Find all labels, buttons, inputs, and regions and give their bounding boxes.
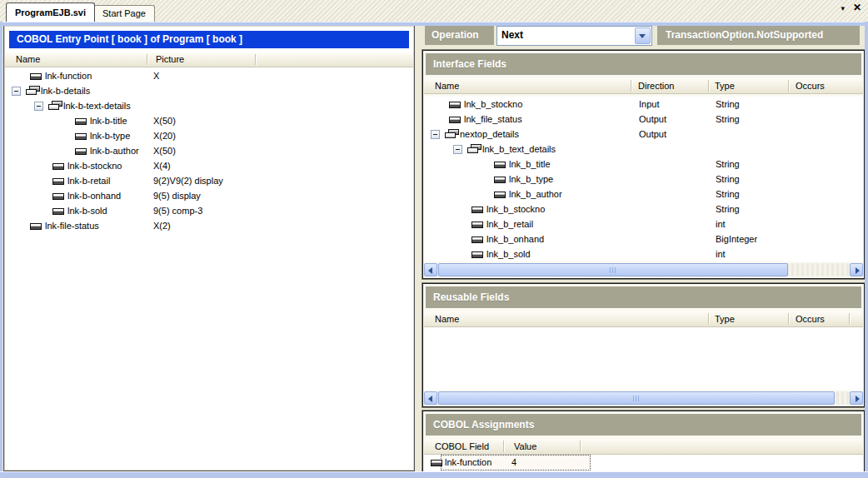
column-header-picture[interactable]: Picture [156, 52, 184, 67]
column-header-type[interactable]: Type [715, 311, 735, 326]
field-icon [471, 237, 483, 243]
tree-row-lnk_b_sold[interactable]: lnk_b_soldint [424, 246, 863, 261]
item-name: lnk_b_stockno [464, 97, 522, 112]
tree-row-nextop_details[interactable]: nextop_detailsOutput [424, 127, 863, 142]
cell-type: String [716, 112, 740, 127]
cell-direction: Input [639, 97, 659, 112]
reusable-fields-section: Reusable Fields Name Type Occurs [422, 283, 865, 407]
item-name: lnk-b-author [90, 143, 139, 158]
column-separator[interactable] [788, 80, 790, 92]
operation-select[interactable]: Next [496, 26, 652, 46]
tree-row-lnk-b-author[interactable]: lnk-b-authorX(50) [5, 143, 413, 158]
reusable-fields-hscrollbar[interactable] [424, 391, 863, 405]
field-icon [471, 222, 483, 228]
field-icon [449, 102, 461, 108]
field-icon [431, 460, 442, 466]
tree-collapse-icon[interactable] [453, 145, 462, 154]
column-separator[interactable] [580, 441, 581, 452]
item-name: lnk-file-status [45, 218, 99, 233]
transaction-option-label: TransactionOption.NotSupported [657, 25, 860, 45]
tree-row-lnk_b_text_details[interactable]: lnk_b_text_details [424, 142, 863, 157]
field-icon [52, 178, 64, 185]
operation-selected-value: Next [501, 27, 523, 43]
tree-collapse-icon[interactable] [431, 130, 440, 139]
column-separator[interactable] [849, 313, 851, 325]
item-name: lnk_b_onhand [486, 232, 544, 246]
tab-list-dropdown-icon[interactable]: ▾ [841, 2, 845, 14]
column-separator[interactable] [708, 80, 710, 92]
tree-row-lnk_b_onhand[interactable]: lnk_b_onhandBigInteger [424, 232, 863, 246]
column-header-type[interactable]: Type [715, 78, 735, 93]
field-icon [494, 162, 506, 168]
tree-row-lnk-b-title[interactable]: lnk-b-titleX(50) [5, 113, 413, 128]
close-icon[interactable]: ✕ [853, 2, 861, 14]
column-header-name[interactable]: Name [435, 311, 459, 326]
item-name: lnk_b_stockno [486, 202, 545, 217]
column-separator[interactable] [708, 313, 710, 325]
field-icon [471, 207, 483, 213]
column-header-value[interactable]: Value [514, 439, 536, 454]
tree-row-lnk_file_status[interactable]: lnk_file_statusOutputString [424, 112, 863, 127]
combo-dropdown-button[interactable] [635, 27, 651, 44]
tree-row-lnk_b_retail[interactable]: lnk_b_retailint [424, 217, 863, 232]
column-header-name[interactable]: Name [435, 78, 459, 93]
assignment-value[interactable]: 4 [511, 455, 516, 470]
tab-programejb-svi[interactable]: ProgramEJB.svi [6, 2, 95, 22]
cell-type: String [716, 202, 740, 217]
tree-row-lnk-b-retail[interactable]: lnk-b-retail9(2)V9(2) display [5, 173, 413, 188]
column-separator[interactable] [147, 54, 148, 65]
item-name: lnk-b-stockno [67, 158, 122, 173]
column-separator[interactable] [503, 441, 505, 452]
tree-row-lnk-b-text-details[interactable]: lnk-b-text-details [5, 98, 413, 113]
scroll-right-icon[interactable] [850, 391, 863, 405]
column-header-name[interactable]: Name [16, 52, 40, 67]
chevron-down-icon [639, 34, 646, 38]
scroll-right-icon[interactable] [850, 263, 863, 276]
item-name: lnk_b_author [509, 187, 562, 202]
tree-row-lnk-b-sold[interactable]: lnk-b-sold9(5) comp-3 [5, 203, 413, 218]
interface-fields-hscrollbar[interactable] [424, 263, 863, 276]
tree-row-lnk-b-details[interactable]: lnk-b-details [5, 83, 413, 98]
column-header-occurs[interactable]: Occurs [796, 311, 825, 326]
item-name: lnk_b_retail [486, 217, 533, 232]
scroll-left-icon[interactable] [424, 263, 437, 276]
cell-picture: X(20) [153, 128, 176, 143]
tree-row-lnk-b-onhand[interactable]: lnk-b-onhand9(5) display [5, 188, 413, 203]
item-name: lnk-b-details [41, 83, 90, 98]
tree-row-lnk_b_type[interactable]: lnk_b_typeString [424, 172, 863, 187]
item-name: lnk_b_type [509, 172, 553, 187]
tree-row-lnk-b-stockno[interactable]: lnk-b-stocknoX(4) [5, 158, 413, 173]
column-separator[interactable] [255, 54, 257, 65]
tree-row-lnk_b_title[interactable]: lnk_b_titleString [424, 157, 863, 172]
group-icon [467, 144, 481, 154]
window-border-top [0, 22, 868, 26]
column-header-cobol-field[interactable]: COBOL Field [435, 439, 489, 454]
assignment-row-lnk-function[interactable]: lnk-function 4 [424, 455, 863, 470]
field-icon [30, 73, 42, 80]
cobol-assignments-list: lnk-function 4 [424, 455, 863, 472]
tree-row-lnk-file-status[interactable]: lnk-file-statusX(2) [5, 218, 413, 233]
cell-direction: Output [639, 112, 666, 127]
column-separator[interactable] [788, 313, 790, 325]
reusable-fields-title: Reusable Fields [426, 286, 861, 308]
field-icon [494, 192, 506, 198]
tab-start-page[interactable]: Start Page [93, 5, 155, 22]
tree-row-lnk_b_stockno[interactable]: lnk_b_stocknoInputString [424, 97, 863, 112]
field-icon [494, 177, 506, 183]
scrollbar-thumb[interactable] [438, 263, 788, 276]
tree-row-lnk-b-type[interactable]: lnk-b-typeX(20) [5, 128, 413, 143]
tree-row-lnk-function[interactable]: lnk-functionX [5, 68, 413, 83]
tree-row-lnk_b_stockno[interactable]: lnk_b_stocknoString [424, 202, 863, 217]
item-name: lnk-function [45, 68, 92, 83]
scroll-left-icon[interactable] [424, 391, 437, 405]
tree-row-lnk_b_author[interactable]: lnk_b_authorString [424, 187, 863, 202]
column-separator[interactable] [631, 80, 632, 92]
column-header-occurs[interactable]: Occurs [796, 78, 825, 93]
column-header-direction[interactable]: Direction [638, 78, 674, 93]
interface-fields-title: Interface Fields [426, 53, 861, 75]
interface-fields-column-header: Name Direction Type Occurs [424, 78, 863, 94]
scrollbar-thumb[interactable] [438, 391, 835, 405]
item-name: lnk_file_status [464, 112, 522, 127]
tree-collapse-icon[interactable] [34, 102, 43, 111]
tree-collapse-icon[interactable] [12, 87, 21, 96]
